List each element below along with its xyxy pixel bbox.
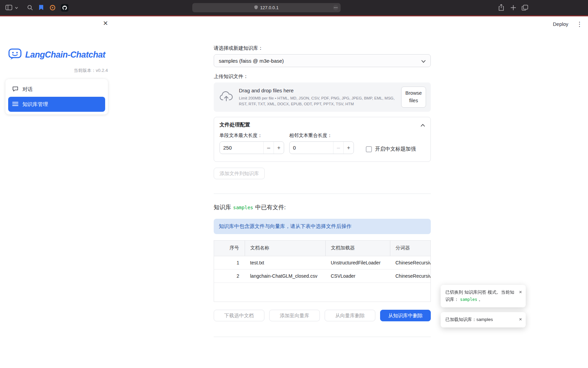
cell-splitter: ChineseRecursiveTextSplitter	[390, 256, 431, 269]
col-header-index[interactable]: 序号	[214, 241, 245, 256]
table-row[interactable]: 2 langchain-ChatGLM_closed.csv CSVLoader…	[214, 269, 431, 282]
files-table: 序号 文档名称 文档加载器 分词器 1 test.txt Unstructure…	[214, 240, 431, 302]
heading-prefix: 知识库	[214, 204, 231, 211]
chunk-size-input[interactable]	[220, 142, 263, 154]
chat-bubble-icon	[12, 86, 18, 93]
app-icon-blue[interactable]	[38, 4, 44, 11]
overlap-size-field: 相邻文本重合长度： – +	[289, 133, 354, 155]
file-config-expander: 文件处理配置 单段文本最大长度： – +	[214, 117, 431, 162]
delete-from-vector-button[interactable]: 从向量库删除	[325, 310, 375, 321]
toast-close-icon[interactable]: ×	[519, 315, 522, 323]
table-row[interactable]: 1 test.txt UnstructuredFileLoader Chines…	[214, 256, 431, 269]
expander-title: 文件处理配置	[219, 122, 250, 128]
app-icon-orange[interactable]	[50, 5, 55, 11]
chunk-size-input-group: – +	[219, 141, 284, 154]
expander-body: 单段文本最大长度： – + 相邻文本重合长度： – +	[214, 132, 430, 162]
overlap-size-label: 相邻文本重合长度：	[289, 133, 354, 139]
search-icon[interactable]	[27, 5, 33, 11]
dropzone-limit: Limit 200MB per file • HTML, MD, JSON, C…	[239, 95, 396, 107]
sidebar-item-label: 知识库管理	[22, 101, 48, 108]
cell-index: 1	[214, 256, 245, 269]
sidebar-item-knowledge-base[interactable]: 知识库管理	[8, 97, 105, 112]
github-icon[interactable]	[61, 4, 68, 12]
sidebar: × LangChain-Chatchat 当前版本：v0.2.4 对话 知识库管…	[0, 16, 113, 368]
sidebar-toggle-icon[interactable]	[5, 5, 12, 10]
table-header-row: 序号 文档名称 文档加载器 分词器	[214, 241, 431, 256]
upload-label: 上传知识文件：	[214, 73, 431, 80]
version-label: 当前版本：v0.2.4	[74, 67, 108, 74]
dropzone-title: Drag and drop files here	[239, 88, 396, 93]
toast-mode-switched: 已切换到 知识库问答 模式。当前知识库：samples。 ×	[441, 285, 526, 307]
cell-loader: CSVLoader	[325, 269, 390, 282]
expander-header[interactable]: 文件处理配置	[214, 117, 430, 132]
cell-index: 2	[214, 269, 245, 282]
col-header-splitter[interactable]: 分词器	[390, 241, 431, 256]
app-logo-text: LangChain-Chatchat	[25, 50, 105, 60]
section-divider	[214, 194, 431, 194]
heading-suffix: 中已有文件:	[255, 204, 286, 211]
upload-cloud-icon	[219, 91, 233, 103]
zh-title-enhance-label: 开启中文标题加强	[375, 146, 416, 152]
download-selected-button[interactable]: 下载选中文档	[214, 310, 264, 321]
sidebar-item-dialogue[interactable]: 对话	[8, 82, 105, 97]
main-menu-icon[interactable]: ⋮	[576, 20, 583, 28]
cell-name: langchain-ChatGLM_closed.csv	[245, 269, 325, 282]
bottom-divider	[214, 337, 431, 337]
sidebar-item-label: 对话	[22, 86, 33, 93]
cell-name: test.txt	[245, 256, 325, 269]
shield-icon	[254, 5, 258, 11]
overlap-size-input[interactable]	[290, 142, 333, 154]
toast-kb-code: samples	[460, 297, 477, 302]
url-text: 127.0.0.1	[260, 5, 278, 10]
kb-select[interactable]: samples (faiss @ m3e-base)	[214, 54, 431, 67]
url-bar[interactable]: 127.0.0.1	[192, 3, 341, 12]
share-icon[interactable]	[498, 4, 504, 11]
chunk-size-minus-button[interactable]: –	[263, 142, 274, 154]
chatbot-logo-icon	[8, 48, 22, 61]
existing-files-heading: 知识库samples中已有文件:	[214, 203, 431, 211]
chunk-size-label: 单段文本最大长度：	[219, 133, 284, 139]
kb-select-label: 请选择或新建知识库：	[214, 45, 431, 51]
sidebar-nav: 对话 知识库管理	[5, 79, 108, 114]
deploy-button[interactable]: Deploy	[553, 21, 568, 27]
zh-title-enhance-checkbox[interactable]	[366, 146, 372, 152]
col-header-loader[interactable]: 文档加载器	[325, 241, 390, 256]
page-settings-icon[interactable]	[333, 5, 339, 12]
chevron-up-icon	[421, 122, 425, 128]
zh-title-enhance-field: 开启中文标题加强	[366, 143, 416, 155]
file-actions: 下载选中文档 添加至向量库 从向量库删除 从知识库中删除	[214, 310, 431, 321]
dropzone-text: Drag and drop files here Limit 200MB per…	[239, 88, 396, 107]
overlap-size-minus-button[interactable]: –	[333, 142, 343, 154]
browser-toolbar: 127.0.0.1	[0, 0, 588, 15]
toast-text: 已加载知识库：samples	[445, 317, 493, 322]
select-chevron-down-icon	[421, 58, 426, 64]
overlap-size-plus-button[interactable]: +	[343, 142, 354, 154]
browse-files-button[interactable]: Browse files	[401, 87, 426, 108]
kb-select-value: samples (faiss @ m3e-base)	[219, 58, 284, 64]
main-content: 请选择或新建知识库： samples (faiss @ m3e-base) 上传…	[214, 16, 431, 337]
toast-kb-loaded: 已加载知识库：samples ×	[441, 312, 526, 327]
new-tab-icon[interactable]	[510, 5, 516, 11]
delete-from-kb-button[interactable]: 从知识库中删除	[380, 310, 431, 321]
streamlit-header: Deploy ⋮	[553, 20, 583, 28]
tab-overview-icon[interactable]	[522, 5, 528, 11]
sidebar-close-icon[interactable]: ×	[103, 19, 108, 27]
add-files-button[interactable]: 添加文件到知识库	[214, 168, 265, 179]
list-icon	[12, 102, 18, 107]
cell-splitter: ChineseRecursiveTextSplitter	[390, 269, 431, 282]
info-alert: 知识库中包含源文件与向量库，请从下表中选择文件后操作	[214, 219, 431, 234]
file-dropzone[interactable]: Drag and drop files here Limit 200MB per…	[214, 82, 431, 112]
app-logo: LangChain-Chatchat	[8, 48, 105, 61]
kb-name-code: samples	[233, 205, 253, 210]
add-to-vector-button[interactable]: 添加至向量库	[269, 310, 320, 321]
toast-text-suffix: 。	[479, 297, 483, 302]
chunk-size-field: 单段文本最大长度： – +	[219, 133, 284, 155]
overlap-size-input-group: – +	[289, 141, 354, 154]
chevron-down-icon[interactable]	[15, 7, 18, 9]
toast-close-icon[interactable]: ×	[519, 288, 522, 296]
cell-loader: UnstructuredFileLoader	[325, 256, 390, 269]
chunk-size-plus-button[interactable]: +	[274, 142, 284, 154]
col-header-name[interactable]: 文档名称	[245, 241, 325, 256]
